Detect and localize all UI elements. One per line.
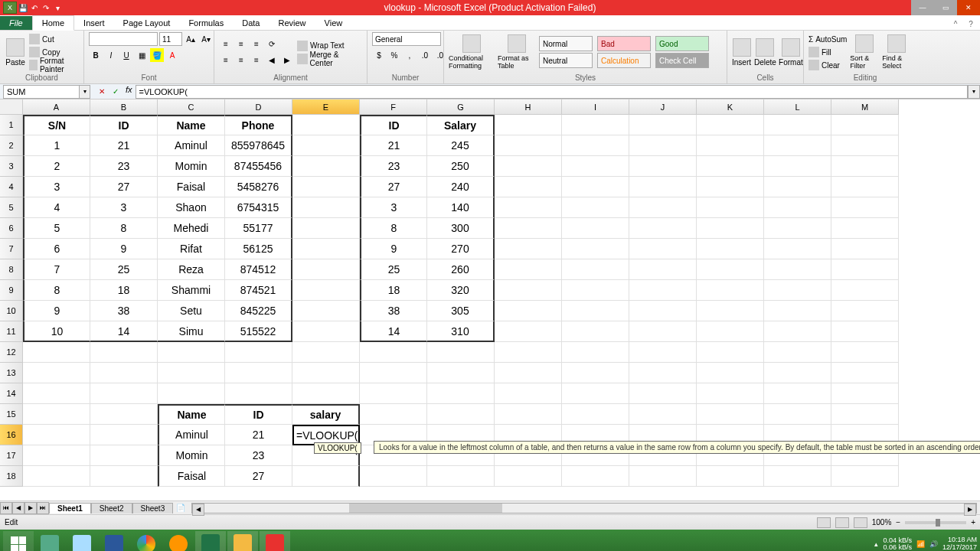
- fx-icon[interactable]: fx: [122, 85, 136, 99]
- cell-F1[interactable]: ID: [360, 115, 427, 135]
- cell-C1[interactable]: Name: [158, 115, 225, 135]
- cell-B2[interactable]: 21: [90, 135, 158, 156]
- cell-B15[interactable]: [90, 404, 158, 425]
- delete-cells-button[interactable]: Delete: [754, 32, 776, 72]
- taskbar-excel[interactable]: [195, 531, 226, 551]
- cut-button[interactable]: Cut: [29, 33, 79, 45]
- cell-F2[interactable]: 21: [360, 135, 427, 156]
- cell-E15[interactable]: salary: [292, 404, 360, 425]
- cell-B9[interactable]: 18: [90, 280, 158, 301]
- cell-L8[interactable]: [764, 259, 831, 280]
- cell-E14[interactable]: [292, 383, 360, 404]
- cell-K4[interactable]: [697, 177, 764, 197]
- autosum-button[interactable]: Σ AutoSum: [808, 33, 847, 45]
- cell-B6[interactable]: 8: [90, 218, 158, 239]
- cell-K11[interactable]: [697, 321, 764, 342]
- help-icon[interactable]: ?: [965, 18, 977, 30]
- start-button[interactable]: [3, 531, 34, 551]
- row-header-16[interactable]: 16: [0, 425, 23, 445]
- cell-F4[interactable]: 27: [360, 177, 427, 197]
- qat-dropdown-icon[interactable]: ▾: [52, 2, 63, 13]
- cell-M13[interactable]: [831, 363, 899, 383]
- cell-A18[interactable]: [23, 466, 90, 487]
- row-header-17[interactable]: 17: [0, 445, 23, 466]
- normal-view-icon[interactable]: [817, 517, 831, 528]
- cell-L4[interactable]: [764, 177, 831, 197]
- conditional-formatting-button[interactable]: Conditional Formatting: [449, 32, 495, 72]
- cell-B11[interactable]: 14: [90, 321, 158, 342]
- taskbar-app-2[interactable]: [67, 531, 97, 551]
- column-header-G[interactable]: G: [427, 99, 495, 115]
- cell-M15[interactable]: [831, 404, 899, 425]
- cell-K5[interactable]: [697, 197, 764, 218]
- cell-K3[interactable]: [697, 156, 764, 177]
- cell-L12[interactable]: [764, 342, 831, 363]
- cell-A11[interactable]: 10: [23, 321, 90, 342]
- style-good[interactable]: Good: [655, 36, 709, 51]
- volume-icon[interactable]: 🔊: [929, 540, 938, 548]
- cell-D18[interactable]: 27: [225, 466, 292, 487]
- font-name-input[interactable]: [89, 32, 158, 46]
- column-header-J[interactable]: J: [629, 99, 697, 115]
- format-as-table-button[interactable]: Format as Table: [498, 32, 536, 72]
- underline-button[interactable]: U: [119, 48, 133, 62]
- style-neutral[interactable]: Neutral: [539, 53, 593, 68]
- cell-M11[interactable]: [831, 321, 899, 342]
- cell-B10[interactable]: 38: [90, 301, 158, 321]
- cell-K10[interactable]: [697, 301, 764, 321]
- cell-H4[interactable]: [495, 177, 562, 197]
- cell-D4[interactable]: 5458276: [225, 177, 292, 197]
- cell-J9[interactable]: [629, 280, 697, 301]
- cell-M8[interactable]: [831, 259, 899, 280]
- cell-H7[interactable]: [495, 239, 562, 259]
- sheet-nav-prev-icon[interactable]: ◀: [12, 502, 24, 514]
- font-color-button[interactable]: A: [165, 48, 179, 62]
- cell-I5[interactable]: [562, 197, 629, 218]
- cell-H8[interactable]: [495, 259, 562, 280]
- column-header-L[interactable]: L: [764, 99, 831, 115]
- cell-G6[interactable]: 300: [427, 218, 495, 239]
- cell-M6[interactable]: [831, 218, 899, 239]
- cell-G14[interactable]: [427, 383, 495, 404]
- cell-C4[interactable]: Faisal: [158, 177, 225, 197]
- cell-F18[interactable]: [360, 466, 427, 487]
- cell-M3[interactable]: [831, 156, 899, 177]
- cell-F12[interactable]: [360, 342, 427, 363]
- cell-A7[interactable]: 6: [23, 239, 90, 259]
- cell-F14[interactable]: [360, 383, 427, 404]
- cell-L14[interactable]: [764, 383, 831, 404]
- increase-indent-icon[interactable]: ▶: [280, 54, 294, 67]
- cell-B18[interactable]: [90, 466, 158, 487]
- cell-B3[interactable]: 23: [90, 156, 158, 177]
- row-header-13[interactable]: 13: [0, 363, 23, 383]
- cell-C18[interactable]: Faisal: [158, 466, 225, 487]
- row-header-12[interactable]: 12: [0, 342, 23, 363]
- decrease-font-icon[interactable]: A▾: [199, 32, 213, 46]
- cell-J3[interactable]: [629, 156, 697, 177]
- align-center-icon[interactable]: ≡: [234, 54, 248, 67]
- scroll-right-icon[interactable]: ▶: [964, 504, 976, 516]
- style-normal[interactable]: Normal: [539, 36, 593, 51]
- cell-F11[interactable]: 14: [360, 321, 427, 342]
- cell-B16[interactable]: [90, 425, 158, 445]
- column-header-E[interactable]: E: [292, 99, 360, 115]
- cell-D11[interactable]: 515522: [225, 321, 292, 342]
- cell-J12[interactable]: [629, 342, 697, 363]
- number-format-input[interactable]: [372, 32, 441, 46]
- cell-D1[interactable]: Phone: [225, 115, 292, 135]
- cell-C10[interactable]: Setu: [158, 301, 225, 321]
- tab-data[interactable]: Data: [233, 16, 269, 30]
- style-bad[interactable]: Bad: [597, 36, 651, 51]
- spreadsheet-grid[interactable]: ABCDEFGHIJKLM1S/NIDNamePhoneIDSalary2121…: [0, 99, 980, 500]
- cell-G9[interactable]: 320: [427, 280, 495, 301]
- cell-F8[interactable]: 25: [360, 259, 427, 280]
- cell-F9[interactable]: 18: [360, 280, 427, 301]
- cell-I10[interactable]: [562, 301, 629, 321]
- tab-home[interactable]: Home: [32, 15, 74, 31]
- italic-button[interactable]: I: [104, 48, 118, 62]
- cell-L9[interactable]: [764, 280, 831, 301]
- cell-H3[interactable]: [495, 156, 562, 177]
- close-button[interactable]: ✕: [957, 0, 980, 15]
- cell-G15[interactable]: [427, 404, 495, 425]
- column-header-C[interactable]: C: [158, 99, 225, 115]
